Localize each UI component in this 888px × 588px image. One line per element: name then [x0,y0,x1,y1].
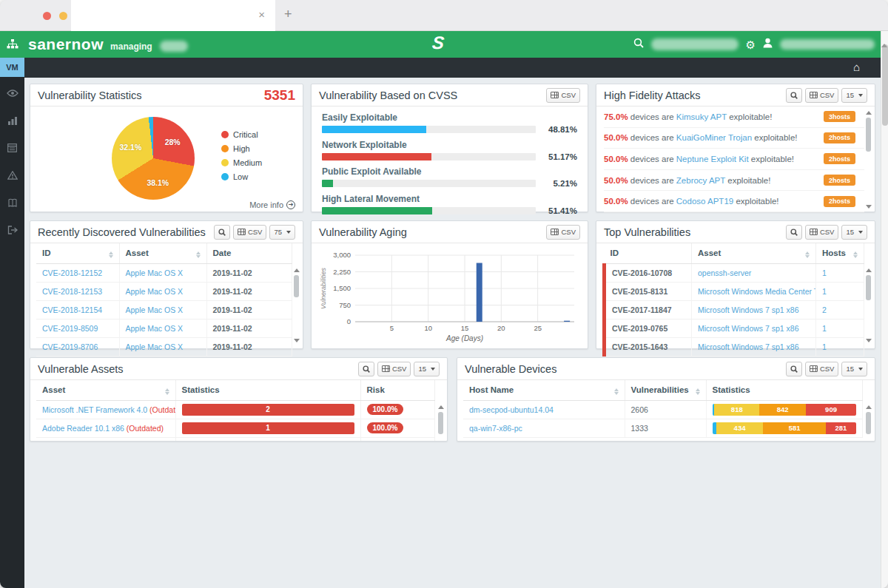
asset-link[interactable]: Apple Mac OS X [126,287,184,296]
attack-link[interactable]: Codoso APT19 [676,197,733,206]
scroll-thumb[interactable] [294,275,299,297]
user-icon[interactable] [763,38,773,51]
csv-export-button[interactable]: CSV [233,225,267,240]
scroll-up-icon[interactable] [294,268,300,272]
sort-icon[interactable] [696,388,700,395]
asset-link[interactable]: Microsoft Windows 7 sp1 x86 [698,324,799,333]
panel-scrollbar[interactable] [864,405,872,439]
close-window-icon[interactable] [43,12,51,20]
search-button[interactable] [786,88,802,103]
cve-link[interactable]: CVE-2019-8706 [42,342,98,351]
stack-segment[interactable]: 434 [716,422,763,434]
col-hosts[interactable]: Hosts [816,243,864,263]
report-icon[interactable] [0,137,24,159]
cve-link[interactable]: CVE-2018-12152 [42,268,102,277]
asset-link[interactable]: Adobe Reader 10.1 x86 [42,424,124,433]
host-link[interactable]: dm-secpod-ubuntu14.04 [469,405,554,414]
attack-link[interactable]: Neptune Exploit Kit [676,155,749,163]
stack-segment[interactable]: 909 [806,404,856,416]
asset-link[interactable]: Microsoft .NET Framework 4.0 [42,405,147,414]
chart-icon[interactable] [0,109,24,132]
cvss-bar-fill[interactable] [322,180,333,187]
home-icon[interactable]: ⌂ [853,61,860,73]
legend-item[interactable]: High [221,144,262,153]
legend-item[interactable]: Medium [221,158,262,167]
csv-export-button[interactable]: CSV [377,362,411,376]
attack-link[interactable]: KuaiGoMiner Trojan [676,133,752,142]
asset-link[interactable]: Apple Mac OS X [126,324,184,333]
asset-link[interactable]: Microsoft Windows 7 sp1 x86 [698,342,799,351]
eye-icon[interactable] [0,82,24,104]
col-asset[interactable]: Asset [119,243,206,263]
scroll-thumb[interactable] [866,412,871,434]
col-vulnerabilities[interactable]: Vulnerabilities [625,380,706,400]
asset-link[interactable]: Apple Mac OS X [126,268,184,277]
stack-segment[interactable]: 818 [714,404,759,416]
col-asset[interactable]: Asset [36,380,175,400]
scroll-up-icon[interactable] [866,111,872,115]
panel-scrollbar[interactable] [864,111,872,209]
legend-item[interactable]: Critical [221,130,262,139]
account-name-redacted[interactable] [160,41,188,52]
page-size-dropdown[interactable]: 15 [414,362,440,376]
cve-link[interactable]: CVE-2019-8509 [42,324,98,333]
page-size-dropdown[interactable]: 75 [269,225,295,240]
more-info-link[interactable]: More info ➔ [249,200,295,209]
asset-link[interactable]: Apple Mac OS X [126,305,184,314]
new-tab-icon[interactable]: + [284,7,292,22]
hosts-link[interactable]: 1 [822,342,827,351]
hosts-badge[interactable]: 2hosts [824,132,855,143]
cvss-bar-fill[interactable] [322,207,432,214]
hosts-link[interactable]: 1 [822,287,827,296]
csv-export-button[interactable]: CSV [805,88,839,103]
stack-segment[interactable]: 581 [763,422,826,434]
panel-scrollbar[interactable] [292,268,300,342]
warning-icon[interactable] [0,164,24,186]
hosts-badge[interactable]: 3hosts [824,111,855,122]
severity-pie-chart[interactable]: 28%38.1%32.1% [112,117,195,200]
attack-link[interactable]: Kimsuky APT [676,112,727,121]
scroll-down-icon[interactable] [866,339,872,342]
col-asset[interactable]: Asset [692,243,816,263]
vuln-count-bar[interactable]: 1 [182,422,354,434]
scroll-up-icon[interactable] [438,405,444,409]
sitemap-icon[interactable] [0,31,24,58]
col-statistics[interactable]: Statistics [175,380,360,400]
brand-logo[interactable]: sanernow [28,36,104,53]
col-host[interactable]: Host Name [463,380,625,400]
search-button[interactable] [358,362,374,376]
search-button[interactable] [786,225,802,240]
scroll-down-icon[interactable] [294,339,300,342]
stack-segment[interactable]: 281 [826,422,856,434]
scroll-down-icon[interactable] [866,205,872,209]
search-icon[interactable] [633,38,644,51]
attack-link[interactable]: Zebrocy APT [676,176,725,185]
csv-export-button[interactable]: CSV [805,362,839,376]
hosts-badge[interactable]: 2hosts [824,175,855,186]
scroll-up-icon[interactable] [866,268,872,272]
hosts-badge[interactable]: 2hosts [824,196,855,207]
scroll-up-icon[interactable] [866,405,872,409]
stack-segment[interactable]: 842 [759,404,806,416]
cvss-bar-fill[interactable] [322,153,431,160]
csv-export-button[interactable]: CSV [805,225,839,240]
sort-icon[interactable] [853,251,858,258]
csv-export-button[interactable]: CSV [546,88,580,103]
legend-item[interactable]: Low [221,172,262,181]
asset-link[interactable]: Microsoft Windows Media Center TV Pack [698,287,816,296]
sort-icon[interactable] [614,388,619,395]
hosts-link[interactable]: 2 [822,305,827,314]
sort-icon[interactable] [165,388,169,395]
page-scrollbar[interactable] [881,31,888,588]
sort-icon[interactable] [805,251,810,258]
hosts-badge[interactable]: 2hosts [824,153,855,164]
date-range-redacted[interactable] [651,38,739,50]
page-size-dropdown[interactable]: 15 [841,88,867,103]
asset-link[interactable]: Microsoft Windows 7 sp1 x86 [698,305,799,314]
aging-bar-chart[interactable]: 07501,5002,2503,000510152025Age (Days)Vu… [317,246,583,348]
panel-scrollbar[interactable] [437,405,445,439]
scroll-thumb[interactable] [882,44,888,126]
tab-close-icon[interactable]: × [258,8,265,21]
col-id[interactable]: ID [36,243,119,263]
col-risk[interactable]: Risk [360,380,435,400]
